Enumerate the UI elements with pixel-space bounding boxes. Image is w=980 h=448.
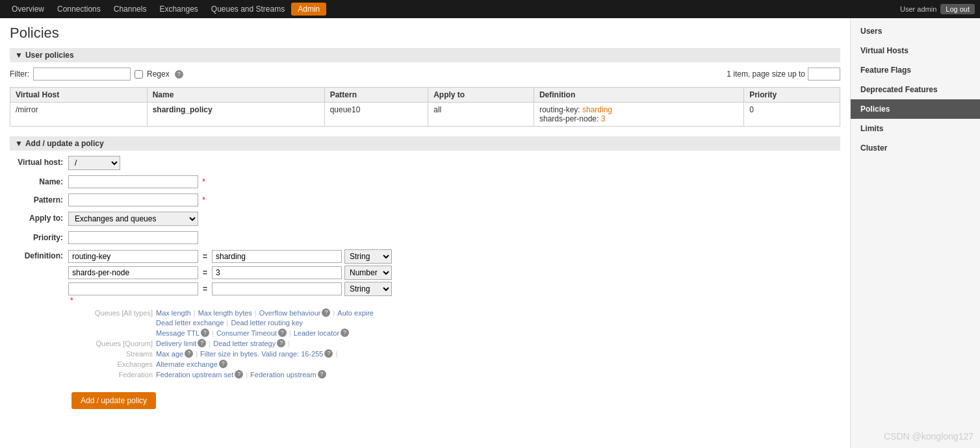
def-key-input-2[interactable] — [68, 266, 198, 279]
sidebar-item-virtual-hosts[interactable]: Virtual Hosts — [851, 41, 980, 60]
ql-max-length-bytes[interactable]: Max length bytes — [198, 309, 252, 317]
filter-size-help-icon[interactable]: ? — [324, 349, 333, 358]
user-policies-section-header[interactable]: ▼ User policies — [10, 48, 840, 62]
col-definition: Definition — [534, 88, 743, 103]
eq-sign-2: = — [201, 268, 209, 277]
user-policies-label: User policies — [25, 51, 74, 60]
pattern-input[interactable]: queue10 — [68, 193, 198, 206]
queues-all-label: Queues [All types] — [68, 309, 153, 317]
vhost-label: Virtual host: — [10, 156, 68, 167]
table-row[interactable]: /mirror sharding_policy queue10 all rout… — [10, 103, 840, 127]
def-val-input-3[interactable] — [212, 282, 342, 295]
ql-row-5: Streams Max age ? | Filter size in bytes… — [68, 349, 840, 358]
nav-queues-streams[interactable]: Queues and Streams — [205, 2, 291, 16]
def-key-input-3[interactable] — [68, 282, 198, 295]
page-size-input[interactable]: 100 — [808, 68, 840, 81]
ql-overflow-behaviour[interactable]: Overflow behaviour — [259, 309, 321, 317]
cell-apply-to: all — [428, 103, 534, 127]
definition-control: = String Number Boolean List = — [68, 249, 840, 380]
ql-max-length[interactable]: Max length — [156, 309, 191, 317]
alt-exchange-help-icon[interactable]: ? — [219, 360, 227, 368]
nav-overview[interactable]: Overview — [5, 2, 51, 16]
sidebar-item-deprecated-features[interactable]: Deprecated Features — [851, 80, 980, 99]
priority-label: Priority: — [10, 231, 68, 242]
col-name: Name — [147, 88, 324, 103]
def-type-select-2[interactable]: String Number Boolean List — [344, 266, 392, 280]
def-required: * — [70, 296, 73, 305]
ql-dead-letter-routing-key[interactable]: Dead letter routing key — [231, 319, 303, 327]
def-key-2: shards-per-node: — [539, 114, 599, 123]
federation-label: Federation — [68, 371, 153, 379]
ql-delivery-limit[interactable]: Delivery limit — [156, 340, 196, 347]
def-key-1: routing-key: — [539, 105, 580, 114]
ql-auto-expire[interactable]: Auto expire — [337, 309, 374, 317]
leader-locator-help-icon[interactable]: ? — [341, 329, 349, 337]
ql-row-1: Queues [All types] Max length | Max leng… — [68, 308, 840, 317]
sidebar-item-policies[interactable]: Policies — [851, 99, 980, 119]
nav-connections[interactable]: Connections — [51, 2, 107, 16]
filter-label: Filter: — [10, 69, 29, 79]
def-val-input-1[interactable] — [212, 250, 342, 263]
ql-dead-letter-exchange[interactable]: Dead letter exchange — [156, 319, 224, 327]
dead-letter-strategy-help-icon[interactable]: ? — [277, 339, 285, 347]
ql-federation-upstream-set[interactable]: Federation upstream set — [156, 371, 233, 379]
main-layout: Policies ▼ User policies Filter: Regex ?… — [0, 18, 980, 448]
priority-row: Priority: — [10, 231, 840, 244]
ql-row-6: Exchanges Alternate exchange ? — [68, 360, 840, 368]
cell-pattern: queue10 — [324, 103, 428, 127]
nav-exchanges[interactable]: Exchanges — [153, 2, 204, 16]
ql-dead-letter-strategy[interactable]: Dead letter strategy — [213, 340, 276, 347]
nav-admin[interactable]: Admin — [291, 3, 326, 16]
priority-input[interactable] — [68, 231, 198, 244]
delivery-limit-help-icon[interactable]: ? — [198, 339, 206, 347]
sidebar-item-feature-flags[interactable]: Feature Flags — [851, 60, 980, 80]
sidebar: Users Virtual Hosts Feature Flags Deprec… — [850, 18, 980, 448]
ql-row-3: Message TTL ? | Consumer Timeout ? | Lea… — [68, 329, 840, 337]
def-val-input-2[interactable] — [212, 266, 342, 279]
table-header-row: Virtual Host Name Pattern Apply to Defin… — [10, 88, 840, 103]
regex-checkbox[interactable] — [135, 70, 143, 79]
sidebar-item-cluster[interactable]: Cluster — [851, 138, 980, 158]
apply-to-select[interactable]: Exchanges and queues Exchanges Queues Al… — [68, 212, 198, 226]
def-type-select-3[interactable]: String Number Boolean List — [344, 282, 392, 296]
vhost-row: Virtual host: / — [10, 156, 840, 170]
def-key-input-1[interactable] — [68, 250, 198, 263]
ql-message-ttl[interactable]: Message TTL — [156, 329, 200, 337]
exchanges-label: Exchanges — [68, 360, 153, 368]
consumer-timeout-help-icon[interactable]: ? — [278, 329, 287, 337]
fed-upstream-help-icon[interactable]: ? — [318, 370, 326, 379]
sidebar-item-limits[interactable]: Limits — [851, 119, 980, 138]
ql-leader-locator[interactable]: Leader locator — [294, 329, 339, 337]
add-policy-button[interactable]: Add / update policy — [71, 392, 156, 409]
vhost-select[interactable]: / — [68, 156, 120, 170]
ql-max-age[interactable]: Max age — [156, 350, 183, 358]
apply-to-label: Apply to: — [10, 212, 68, 223]
add-policy-section-header[interactable]: ▼ Add / update a policy — [10, 136, 840, 151]
pattern-control: queue10 * — [68, 193, 840, 206]
name-input[interactable]: sharding_policy — [68, 175, 198, 188]
ql-filter-size[interactable]: Filter size in bytes. Valid range: 16-25… — [200, 350, 323, 358]
cell-definition: routing-key: sharding shards-per-node: 3 — [534, 103, 743, 127]
ql-row-4: Queues [Quorum] Delivery limit ? | Dead … — [68, 339, 840, 347]
ql-consumer-timeout[interactable]: Consumer Timeout — [216, 329, 277, 337]
sidebar-item-users[interactable]: Users — [851, 21, 980, 41]
col-virtual-host: Virtual Host — [10, 88, 148, 103]
max-age-help-icon[interactable]: ? — [185, 349, 193, 358]
msg-ttl-help-icon[interactable]: ? — [201, 329, 209, 337]
def-row-3: = String Number Boolean List — [68, 282, 840, 296]
regex-help-icon[interactable]: ? — [175, 70, 183, 79]
nav-channels[interactable]: Channels — [107, 2, 153, 16]
fed-upstream-set-help-icon[interactable]: ? — [235, 370, 243, 379]
def-type-select-1[interactable]: String Number Boolean List — [344, 249, 392, 264]
filter-row: Filter: Regex ? 1 item, page size up to … — [10, 68, 840, 81]
quick-links: Queues [All types] Max length | Max leng… — [68, 308, 840, 379]
filter-input[interactable] — [33, 68, 131, 81]
definition-rows: = String Number Boolean List = — [68, 249, 840, 296]
logout-button[interactable]: Log out — [940, 4, 975, 14]
add-policy-form: Virtual host: / Name: sharding_policy * … — [10, 156, 840, 409]
ql-row-7: Federation Federation upstream set ? | F… — [68, 370, 840, 379]
col-apply-to: Apply to — [428, 88, 534, 103]
ql-federation-upstream[interactable]: Federation upstream — [250, 371, 316, 379]
ql-alternate-exchange[interactable]: Alternate exchange — [156, 360, 218, 368]
overflow-help-icon[interactable]: ? — [322, 308, 330, 317]
